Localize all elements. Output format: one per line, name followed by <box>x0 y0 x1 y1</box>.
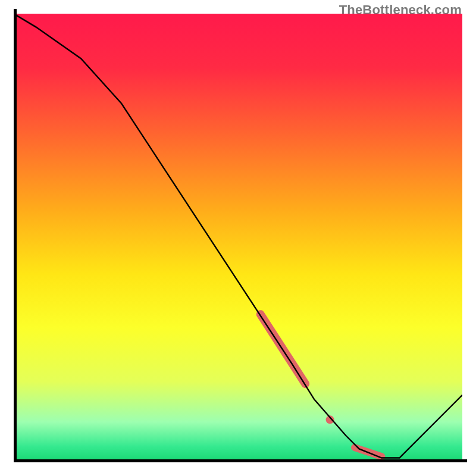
x-axis <box>14 459 467 462</box>
plot-area <box>14 14 462 462</box>
bottleneck-chart: TheBottleneck.com <box>0 0 476 476</box>
y-axis <box>14 9 17 462</box>
curve-line <box>14 14 462 458</box>
data-overlay <box>14 14 462 462</box>
highlight-layer <box>261 314 382 456</box>
